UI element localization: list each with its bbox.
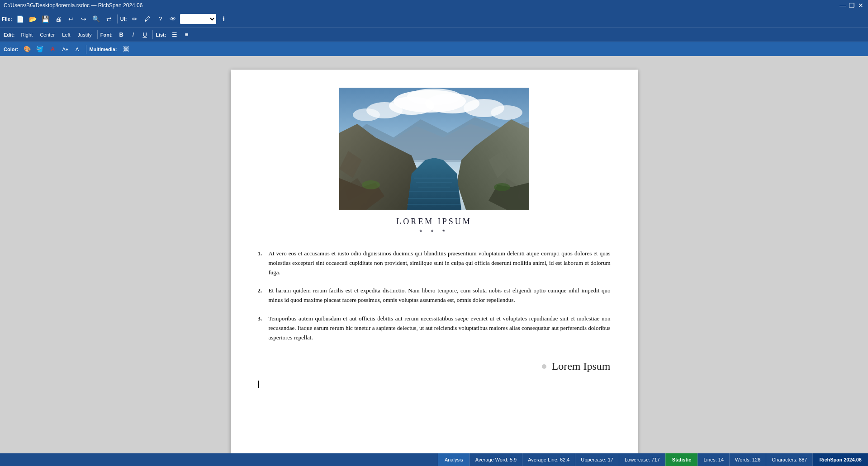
lines-label: Lines:	[703, 457, 716, 462]
analysis-tab[interactable]: Analysis	[438, 453, 470, 466]
document-signature: Lorem Ipsum	[258, 360, 611, 372]
close-button[interactable]: ✕	[857, 2, 864, 9]
font-color-button[interactable]: A	[47, 44, 58, 55]
info-button[interactable]: ℹ	[218, 14, 229, 24]
new-button[interactable]: 📄	[15, 14, 26, 24]
open-button[interactable]: 📂	[28, 14, 38, 24]
lowercase-label: Lowercase:	[625, 457, 650, 462]
svg-point-8	[407, 89, 461, 105]
separator2	[97, 30, 98, 39]
font-size-decrease-button[interactable]: A-	[72, 44, 83, 55]
svg-point-26	[362, 180, 380, 189]
separator3	[152, 30, 153, 39]
list-number-1: 1.	[258, 249, 265, 277]
chars-label: Characters:	[772, 457, 797, 462]
avg-line-value: 62.4	[560, 457, 569, 462]
uppercase-value: 17	[608, 457, 613, 462]
main-content: LOREM IPSUM * * * 1. At vero eos et accu…	[0, 56, 868, 453]
words-section: Words: 126	[729, 453, 766, 466]
signature-text: Lorem Ipsum	[552, 360, 611, 372]
underline-button[interactable]: U	[140, 30, 150, 40]
window-controls: — ❐ ✕	[839, 2, 864, 9]
toolbar-edit: Edit: Right Center Left Justify Font: B …	[0, 27, 868, 42]
toolbar-file: File: 📄 📂 💾 🖨 ↩ ↪ 🔍 ⇄ UI: ✏ 🖊 ? 👁 ℹ	[0, 11, 868, 27]
status-bar: Analysis Average Word: 5.9 Average Line:…	[0, 453, 868, 466]
redo-button[interactable]: ↪	[78, 14, 89, 24]
chars-section: Characters: 887	[766, 453, 812, 466]
edit-label: Edit:	[4, 32, 14, 38]
statistic-tab[interactable]: Statistic	[665, 453, 698, 466]
statistic-label: Statistic	[672, 457, 692, 462]
align-left-button[interactable]: Left	[59, 31, 73, 38]
list-text-1: At vero eos et accusamus et iusto odio d…	[269, 249, 611, 277]
file-label: File:	[2, 16, 12, 22]
unordered-list-button[interactable]: ☰	[170, 30, 180, 40]
chars-value: 887	[799, 457, 807, 462]
align-right-button[interactable]: Right	[18, 31, 35, 38]
avg-word-section: Average Word: 5.9	[470, 453, 522, 466]
lowercase-value: 717	[651, 457, 659, 462]
svg-point-7	[491, 105, 522, 120]
avg-word-value: 5.9	[510, 457, 517, 462]
separator1	[117, 14, 118, 24]
avg-word-label: Average Word:	[475, 457, 508, 462]
document-ornament: * * *	[258, 228, 611, 235]
list-text-2: Et harum quidem rerum facilis est et exp…	[269, 286, 611, 305]
analysis-label: Analysis	[445, 457, 463, 462]
save-button[interactable]: 💾	[40, 14, 51, 24]
text-cursor	[258, 381, 259, 388]
wand-button[interactable]: 🖊	[142, 14, 153, 24]
restore-button[interactable]: ❐	[848, 2, 855, 9]
find-button[interactable]: 🔍	[91, 14, 102, 24]
lines-value: 14	[718, 457, 724, 462]
uppercase-section: Uppercase: 17	[575, 453, 619, 466]
list-number-2: 2.	[258, 286, 265, 305]
lines-section: Lines: 14	[697, 453, 729, 466]
undo-button[interactable]: ↩	[66, 14, 76, 24]
view-button[interactable]: 👁	[167, 14, 178, 24]
document-list: 1. At vero eos et accusamus et iusto odi…	[258, 249, 611, 342]
list-number-3: 3.	[258, 314, 265, 342]
italic-button[interactable]: I	[128, 30, 138, 40]
uppercase-label: Uppercase:	[581, 457, 606, 462]
color-picker-button[interactable]: 🎨	[22, 44, 33, 55]
align-center-button[interactable]: Center	[37, 31, 57, 38]
align-justify-button[interactable]: Justify	[75, 31, 95, 38]
color-label: Color:	[4, 47, 18, 52]
multimedia-label: Multimedia:	[89, 47, 117, 52]
list-label: List:	[156, 32, 166, 38]
ordered-list-button[interactable]: ≡	[181, 30, 191, 40]
print-button[interactable]: 🖨	[53, 14, 64, 24]
insert-image-button[interactable]: 🖼	[121, 44, 132, 55]
bold-button[interactable]: B	[116, 30, 126, 40]
svg-point-6	[353, 108, 380, 121]
minimize-button[interactable]: —	[839, 2, 846, 9]
swap-button[interactable]: ⇄	[104, 14, 114, 24]
app-tab[interactable]: RichSpan 2024.06	[812, 453, 868, 466]
separator4	[86, 45, 86, 54]
title-bar: C:/Users/BG/Desktop/loremia.rsdoc — Rich…	[0, 0, 868, 11]
pencil-button[interactable]: ✏	[129, 14, 140, 24]
ui-label: UI:	[120, 16, 127, 22]
document-page: LOREM IPSUM * * * 1. At vero eos et accu…	[231, 70, 638, 453]
fill-color-button[interactable]: 🪣	[34, 44, 45, 55]
app-label: RichSpan 2024.06	[819, 457, 862, 462]
list-item: 2. Et harum quidem rerum facilis est et …	[258, 286, 611, 305]
font-label: Font:	[100, 32, 113, 38]
toolbar-color: Color: 🎨 🪣 A A+ A- Multimedia: 🖼	[0, 42, 868, 56]
signature-dot	[542, 364, 546, 369]
words-value: 126	[752, 457, 760, 462]
window-title: C:/Users/BG/Desktop/loremia.rsdoc — Rich…	[4, 2, 142, 9]
avg-line-section: Average Line: 62.4	[522, 453, 575, 466]
font-size-increase-button[interactable]: A+	[60, 44, 71, 55]
list-item: 1. At vero eos et accusamus et iusto odi…	[258, 249, 611, 277]
words-label: Words:	[735, 457, 751, 462]
help-button[interactable]: ?	[155, 14, 166, 24]
lowercase-section: Lowercase: 717	[619, 453, 665, 466]
ui-dropdown[interactable]	[180, 14, 216, 24]
list-item: 3. Temporibus autem quibusdam et aut off…	[258, 314, 611, 342]
list-text-3: Temporibus autem quibusdam et aut offici…	[269, 314, 611, 342]
avg-line-label: Average Line:	[528, 457, 559, 462]
svg-point-27	[494, 183, 510, 191]
document-image	[339, 88, 529, 210]
